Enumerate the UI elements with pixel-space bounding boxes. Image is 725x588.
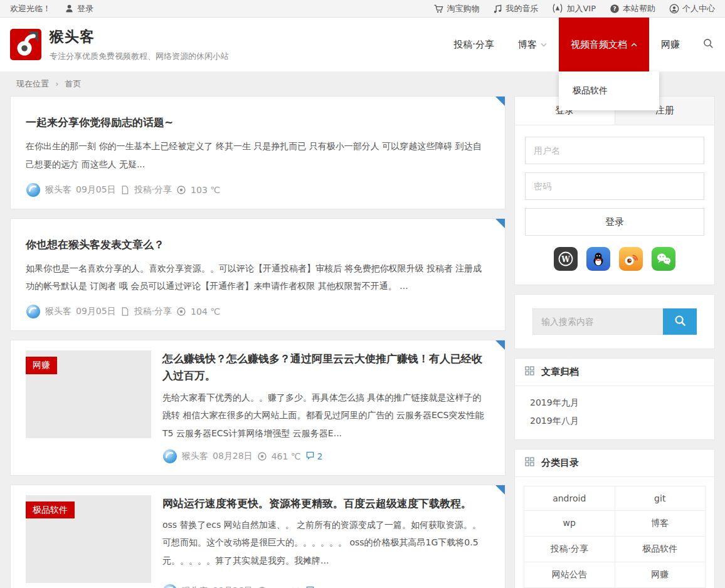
article-title[interactable]: 网站运行速度将更快。资源将更精致。百度云超级速度下载教程。 bbox=[162, 495, 490, 512]
widget-title: 文章归档 bbox=[541, 366, 579, 378]
search-button[interactable] bbox=[663, 308, 697, 335]
nav-item-blog[interactable]: 博客 bbox=[506, 18, 559, 71]
welcome-text: 欢迎光临！ bbox=[10, 3, 51, 14]
author-avatar bbox=[162, 584, 177, 588]
nav-search-button[interactable] bbox=[692, 18, 725, 71]
svg-text:?: ? bbox=[613, 5, 616, 12]
document-icon bbox=[120, 185, 130, 195]
comment-link[interactable]: 2 bbox=[305, 451, 323, 462]
comment-link[interactable]: 2 bbox=[305, 585, 323, 588]
corner-fold-icon bbox=[495, 97, 505, 106]
views-icon bbox=[176, 307, 186, 317]
article-date: 09月05日 bbox=[76, 184, 116, 196]
breadcrumb-current[interactable]: 首页 bbox=[65, 79, 81, 88]
article-card: 你也想在猴头客发表文章么？ 如果你也是一名喜欢分享的人。喜欢分享资源。。可以评论… bbox=[10, 218, 505, 332]
sidebar: 登录 注册 登录 W bbox=[514, 96, 715, 588]
article-title[interactable]: 一起来分享你觉得励志的话题~ bbox=[26, 114, 490, 131]
site-title: 猴头客 bbox=[50, 27, 229, 46]
topbar-login-link[interactable]: 登录 bbox=[65, 3, 93, 14]
nav-item-contribute[interactable]: 投稿·分享 bbox=[442, 18, 506, 71]
profile-icon bbox=[669, 4, 679, 14]
category-item[interactable]: 博客 bbox=[615, 511, 706, 537]
topbar-link-help[interactable]: ? 本站帮助 bbox=[610, 3, 655, 14]
category-item[interactable]: git bbox=[615, 486, 706, 511]
grid-icon bbox=[525, 457, 534, 469]
comment-icon bbox=[305, 585, 315, 588]
article-title[interactable]: 你也想在猴头客发表文章么？ bbox=[26, 236, 490, 253]
username-field[interactable] bbox=[525, 137, 704, 164]
topbar-link-vip[interactable]: 加入VIP bbox=[552, 3, 596, 14]
search-widget bbox=[514, 294, 715, 349]
nav-item-wangzhuan[interactable]: 网赚 bbox=[649, 18, 692, 71]
article-date: 08月26日 bbox=[213, 585, 253, 588]
chevron-up-icon bbox=[631, 43, 637, 47]
dropdown-item-software[interactable]: 极品软件 bbox=[559, 79, 659, 103]
qq-icon[interactable] bbox=[586, 247, 610, 271]
article-card: 极品软件 网站运行速度将更快。资源将更精致。百度云超级速度下载教程。 oss 替… bbox=[10, 485, 505, 588]
topbar-link-taobao[interactable]: 淘宝购物 bbox=[433, 3, 479, 14]
category-item[interactable]: 极品软件 bbox=[615, 537, 706, 562]
vip-icon bbox=[552, 3, 563, 14]
corner-fold-icon bbox=[495, 485, 505, 495]
views-icon bbox=[176, 185, 186, 195]
main-nav: 投稿·分享 博客 视频音频文档 极品软件 网赚 bbox=[442, 18, 725, 71]
category-item[interactable]: wp bbox=[524, 511, 615, 537]
article-list: 一起来分享你觉得励志的话题~ 在你出生的那一刻 你的一生基本上已经被定义了 终其… bbox=[10, 96, 505, 588]
topbar-link-music[interactable]: 我的音乐 bbox=[493, 3, 538, 14]
article-excerpt: oss 替换了ecs 网站自然加速、。 之前所有的资源变成了一篇。如何获取资源。… bbox=[162, 516, 490, 570]
author-name[interactable]: 猴头客 bbox=[45, 306, 71, 317]
author-name[interactable]: 猴头客 bbox=[45, 184, 71, 196]
archive-item[interactable]: 2019年八月 bbox=[530, 412, 699, 430]
author-avatar bbox=[26, 304, 41, 319]
music-note-icon bbox=[493, 4, 502, 14]
article-excerpt: 先给大家看下优秀的人。。赚了多少。再具体怎么搞 具体的推广链接就是这样子的 跳转… bbox=[162, 389, 490, 443]
archive-item[interactable]: 2019年九月 bbox=[530, 394, 699, 412]
wechat-icon[interactable] bbox=[652, 247, 675, 271]
widget-title: 分类目录 bbox=[541, 457, 579, 469]
comment-count: 2 bbox=[317, 451, 323, 461]
password-field[interactable] bbox=[525, 172, 704, 200]
site-brand[interactable]: 猴头客 专注分享优质免费视频教程、网络资源的休闲小站 bbox=[10, 27, 229, 62]
search-input[interactable] bbox=[532, 308, 663, 335]
wordpress-icon[interactable]: W bbox=[554, 247, 578, 271]
article-date: 09月05日 bbox=[76, 306, 116, 317]
topbar-link-profile[interactable]: 个人中心 bbox=[669, 3, 715, 14]
nav-item-media-docs[interactable]: 视频音频文档 极品软件 bbox=[559, 18, 649, 71]
category-badge[interactable]: 网赚 bbox=[26, 357, 57, 374]
article-views: 103 ℃ bbox=[191, 185, 220, 195]
login-button[interactable]: 登录 bbox=[525, 208, 704, 236]
article-views: 104 ℃ bbox=[191, 307, 220, 317]
article-thumbnail[interactable]: 网赚 bbox=[26, 350, 151, 438]
grid-icon bbox=[525, 366, 534, 378]
category-item[interactable]: android bbox=[524, 486, 615, 511]
topbar: 欢迎光临！ 登录 淘宝购物 我的音乐 加入VIP ? 本站帮助 个人中心 bbox=[0, 0, 725, 18]
category-item[interactable]: 投稿·分享 bbox=[524, 537, 615, 562]
search-icon bbox=[674, 315, 686, 328]
article-title[interactable]: 怎么赚钱快？怎么赚钱多？通过阿里云云大使推广赚钱！有人已经收入过百万。 bbox=[162, 350, 490, 384]
site-tagline: 专注分享优质免费视频教程、网络资源的休闲小站 bbox=[50, 51, 229, 62]
site-header: 猴头客 专注分享优质免费视频教程、网络资源的休闲小站 投稿·分享 博客 视频音频… bbox=[0, 18, 725, 71]
author-name[interactable]: 猴头客 bbox=[182, 451, 208, 462]
article-thumbnail[interactable]: 极品软件 bbox=[26, 495, 151, 583]
svg-text:W: W bbox=[561, 255, 570, 264]
site-logo-icon bbox=[10, 29, 41, 60]
category-badge[interactable]: 极品软件 bbox=[26, 501, 75, 519]
weibo-icon[interactable] bbox=[619, 247, 643, 271]
author-avatar bbox=[162, 449, 177, 464]
help-icon: ? bbox=[610, 4, 620, 14]
comment-icon bbox=[305, 451, 315, 462]
corner-fold-icon bbox=[495, 340, 505, 350]
article-category[interactable]: 投稿·分享 bbox=[134, 306, 172, 317]
author-name[interactable]: 猴头客 bbox=[182, 585, 208, 588]
user-icon bbox=[65, 4, 74, 13]
archive-widget: 文章归档 2019年九月 2019年八月 bbox=[514, 358, 715, 440]
article-card: 网赚 怎么赚钱快？怎么赚钱多？通过阿里云云大使推广赚钱！有人已经收入过百万。 先… bbox=[10, 340, 505, 475]
nav-dropdown: 极品软件 bbox=[559, 71, 659, 110]
document-icon bbox=[120, 307, 130, 317]
article-excerpt: 在你出生的那一刻 你的一生基本上已经被定义了 终其一生 只是挣扎而已 只有极小一… bbox=[26, 137, 490, 173]
article-category[interactable]: 投稿·分享 bbox=[134, 184, 172, 196]
category-item[interactable]: 网赚 bbox=[615, 562, 706, 588]
chevron-down-icon bbox=[541, 43, 547, 47]
login-widget: 登录 注册 登录 W bbox=[514, 96, 715, 285]
category-item[interactable]: 网站公告 bbox=[524, 562, 615, 588]
